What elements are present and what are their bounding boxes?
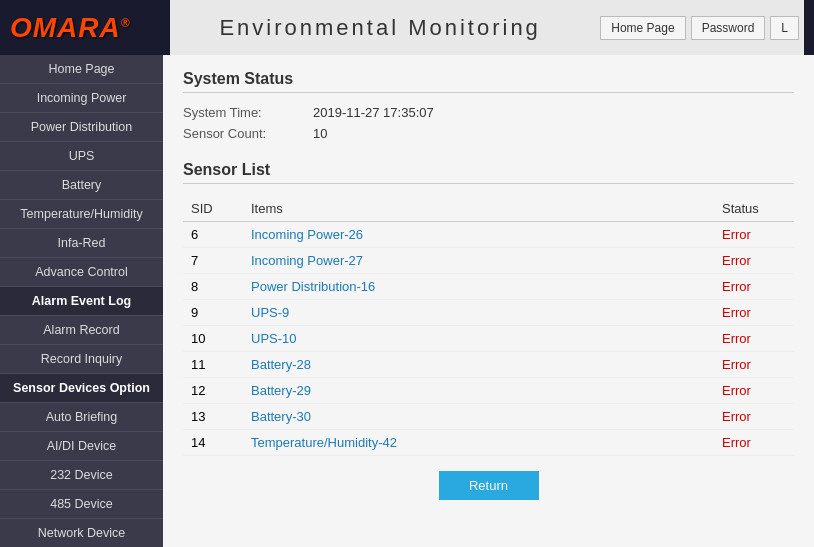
sidebar-item-auto-briefing[interactable]: Auto Briefing [0,403,163,432]
sidebar-item-485-device[interactable]: 485 Device [0,490,163,519]
table-row: 8Power Distribution-16Error [183,274,794,300]
header-title: Environmental Monitoring System [170,0,590,55]
sidebar-item-power-distribution[interactable]: Power Distribution [0,113,163,142]
cell-item[interactable]: Battery-30 [243,404,714,430]
system-status-title: System Status [183,70,794,93]
cell-item[interactable]: UPS-10 [243,326,714,352]
sensor-count-label: Sensor Count: [183,126,313,141]
sensor-table-header: SID Items Status [183,196,794,222]
sidebar-item-temp-humidity[interactable]: Temperature/Humidity [0,200,163,229]
sensor-list-title: Sensor List [183,161,794,184]
sensor-link[interactable]: Battery-28 [251,357,311,372]
sensor-link[interactable]: Battery-30 [251,409,311,424]
sensor-link[interactable]: UPS-9 [251,305,289,320]
table-row: 9UPS-9Error [183,300,794,326]
cell-sid: 13 [183,404,243,430]
cell-status: Error [714,404,794,430]
header-buttons: Home Page Password L [590,0,804,55]
system-time-value: 2019-11-27 17:35:07 [313,105,434,120]
table-row: 10UPS-10Error [183,326,794,352]
cell-item[interactable]: Incoming Power-26 [243,222,714,248]
sensor-count-value: 10 [313,126,327,141]
col-status: Status [714,196,794,222]
cell-sid: 9 [183,300,243,326]
cell-item[interactable]: Incoming Power-27 [243,248,714,274]
cell-sid: 12 [183,378,243,404]
cell-status: Error [714,300,794,326]
cell-sid: 6 [183,222,243,248]
cell-sid: 11 [183,352,243,378]
sensor-link[interactable]: Battery-29 [251,383,311,398]
cell-status: Error [714,248,794,274]
sensor-link[interactable]: Temperature/Humidity-42 [251,435,397,450]
sidebar-section-alarm-event-log[interactable]: Alarm Event Log [0,287,163,316]
sidebar-item-advance-control[interactable]: Advance Control [0,258,163,287]
sensor-link[interactable]: UPS-10 [251,331,297,346]
content: System Status System Time: 2019-11-27 17… [163,55,814,547]
cell-item[interactable]: Battery-29 [243,378,714,404]
main: Home Page Incoming Power Power Distribut… [0,55,814,547]
sidebar-item-alarm-record[interactable]: Alarm Record [0,316,163,345]
cell-status: Error [714,378,794,404]
cell-item[interactable]: Battery-28 [243,352,714,378]
table-row: 7Incoming Power-27Error [183,248,794,274]
system-time-label: System Time: [183,105,313,120]
header: OMARA® Environmental Monitoring System H… [0,0,814,55]
sensor-table-body: 6Incoming Power-26Error7Incoming Power-2… [183,222,794,456]
sensor-count-row: Sensor Count: 10 [183,126,794,141]
sensor-link[interactable]: Power Distribution-16 [251,279,375,294]
sidebar-item-incoming-power[interactable]: Incoming Power [0,84,163,113]
cell-item[interactable]: Power Distribution-16 [243,274,714,300]
cell-status: Error [714,222,794,248]
table-row: 13Battery-30Error [183,404,794,430]
table-row: 14Temperature/Humidity-42Error [183,430,794,456]
cell-item[interactable]: UPS-9 [243,300,714,326]
sidebar-item-record-inquiry[interactable]: Record Inquiry [0,345,163,374]
cell-status: Error [714,274,794,300]
sidebar-section-sensor-devices[interactable]: Sensor Devices Option [0,374,163,403]
table-row: 6Incoming Power-26Error [183,222,794,248]
cell-sid: 10 [183,326,243,352]
password-button[interactable]: Password [691,16,766,40]
sidebar-item-network-device[interactable]: Network Device [0,519,163,547]
home-page-button[interactable]: Home Page [600,16,685,40]
sensor-link[interactable]: Incoming Power-26 [251,227,363,242]
sidebar-item-homepage[interactable]: Home Page [0,55,163,84]
cell-sid: 7 [183,248,243,274]
cell-status: Error [714,352,794,378]
table-row: 11Battery-28Error [183,352,794,378]
sidebar-item-ups[interactable]: UPS [0,142,163,171]
sensor-table: SID Items Status 6Incoming Power-26Error… [183,196,794,456]
system-status-info: System Time: 2019-11-27 17:35:07 Sensor … [183,105,794,141]
system-time-row: System Time: 2019-11-27 17:35:07 [183,105,794,120]
sidebar: Home Page Incoming Power Power Distribut… [0,55,163,547]
col-sid: SID [183,196,243,222]
table-row: 12Battery-29Error [183,378,794,404]
logo-area: OMARA® [10,12,170,44]
cell-status: Error [714,430,794,456]
sidebar-item-infa-red[interactable]: Infa-Red [0,229,163,258]
cell-status: Error [714,326,794,352]
cell-sid: 8 [183,274,243,300]
logo: OMARA® [10,12,131,44]
sidebar-item-battery[interactable]: Battery [0,171,163,200]
sensor-link[interactable]: Incoming Power-27 [251,253,363,268]
cell-item[interactable]: Temperature/Humidity-42 [243,430,714,456]
col-items: Items [243,196,714,222]
logout-button[interactable]: L [770,16,799,40]
cell-sid: 14 [183,430,243,456]
return-button[interactable]: Return [439,471,539,500]
sidebar-item-aidi-device[interactable]: AI/DI Device [0,432,163,461]
sidebar-item-232-device[interactable]: 232 Device [0,461,163,490]
